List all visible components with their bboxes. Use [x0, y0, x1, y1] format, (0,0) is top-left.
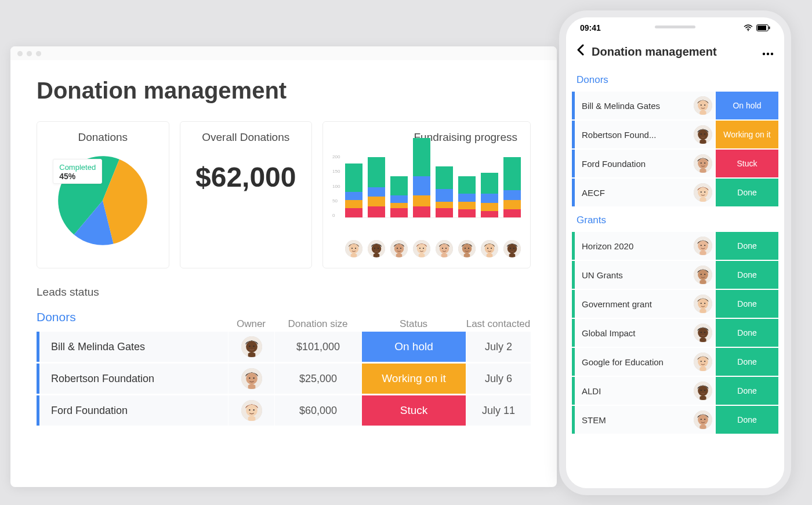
phone-row[interactable]: UN Grants Done: [572, 261, 778, 289]
svg-point-5: [372, 244, 382, 254]
svg-point-65: [701, 191, 702, 192]
svg-point-29: [507, 244, 517, 254]
svg-point-76: [698, 299, 708, 309]
pie-tooltip-value: 45%: [59, 172, 96, 181]
fundraiser-avatar[interactable]: [368, 240, 385, 257]
fundraiser-avatar[interactable]: [413, 240, 430, 257]
back-button[interactable]: [577, 44, 585, 59]
phone-row-status[interactable]: Done: [716, 348, 778, 376]
phone-group-label[interactable]: Grants: [572, 208, 778, 232]
phone-row-status[interactable]: Done: [716, 377, 778, 405]
svg-point-17: [440, 244, 449, 254]
avatar: [694, 237, 712, 255]
phone-row[interactable]: Government grant Done: [572, 290, 778, 318]
phone-row-status[interactable]: Done: [716, 261, 778, 289]
phone-row-owner[interactable]: [691, 150, 715, 177]
phone-row-status[interactable]: Working on it: [716, 121, 778, 148]
lead-owner[interactable]: [228, 364, 274, 394]
card-overall[interactable]: Overall Donations $62,000: [180, 121, 313, 268]
avatar: [694, 266, 712, 284]
fundraiser-avatar[interactable]: [390, 240, 408, 257]
col-last: Last contacted: [466, 318, 531, 330]
table-row[interactable]: Ford Foundation $60,000 Stuck July 11: [37, 395, 531, 426]
table-row[interactable]: Robertson Foundation $25,000 Working on …: [37, 364, 531, 394]
svg-point-93: [701, 419, 702, 420]
battery-icon: [756, 24, 770, 31]
phone-row-owner[interactable]: [691, 406, 715, 434]
phone-row-status[interactable]: Done: [716, 290, 778, 318]
avatar: [694, 324, 712, 342]
chevron-left-icon: [577, 44, 585, 56]
avatar: [241, 400, 262, 421]
phone-row-status[interactable]: Done: [716, 406, 778, 434]
more-button[interactable]: [762, 44, 774, 59]
phone-row[interactable]: Horizon 2020 Done: [572, 232, 778, 260]
bar-P8: [503, 157, 521, 218]
svg-point-7: [378, 248, 379, 249]
svg-point-43: [253, 409, 254, 410]
group-donors-label[interactable]: Donors: [37, 307, 228, 330]
lead-status[interactable]: On hold: [361, 332, 466, 362]
window-dot-1-icon: [17, 51, 23, 56]
lead-size: $25,000: [274, 364, 361, 394]
fundraiser-avatar[interactable]: [503, 240, 521, 257]
phone-row-owner[interactable]: [691, 319, 715, 347]
phone-row-owner[interactable]: [691, 290, 715, 318]
phone-group-label[interactable]: Donors: [572, 67, 778, 92]
window-chrome: [10, 46, 557, 60]
phone-row-owner[interactable]: [691, 92, 715, 119]
svg-point-61: [701, 162, 702, 164]
phone-row-status[interactable]: Stuck: [716, 150, 778, 177]
lead-status[interactable]: Working on it: [361, 364, 466, 394]
phone-row-status[interactable]: Done: [716, 179, 778, 206]
phone-row-owner[interactable]: [691, 348, 715, 376]
phone-row-owner[interactable]: [691, 121, 715, 148]
svg-point-30: [510, 248, 511, 249]
lead-size: $101,000: [274, 332, 361, 362]
phone-row-name: Robertson Found...: [575, 121, 691, 148]
phone-row-owner[interactable]: [691, 261, 715, 289]
phone-row[interactable]: Global Impact Done: [572, 319, 778, 347]
phone-row[interactable]: Bill & Melinda Gates On hold: [572, 92, 778, 119]
card-donations[interactable]: Donations Completed 45%: [37, 121, 169, 268]
phone-row-name: Google for Education: [575, 348, 691, 376]
fundraiser-avatar[interactable]: [481, 240, 498, 257]
phone-row-status[interactable]: On hold: [716, 92, 778, 119]
svg-point-70: [704, 245, 705, 246]
fundraiser-avatar[interactable]: [458, 240, 476, 257]
svg-point-23: [468, 248, 469, 249]
phone-row[interactable]: Google for Education Done: [572, 348, 778, 376]
card-fundraising[interactable]: Fundraising progress 200150100500: [322, 121, 531, 268]
phone-row[interactable]: Robertson Found... Working on it: [572, 121, 778, 148]
phone-row-owner[interactable]: [691, 179, 715, 206]
avatar: [694, 154, 712, 173]
lead-status[interactable]: Stuck: [361, 395, 466, 426]
lead-name: Robertson Foundation: [37, 364, 228, 394]
phone-row-name: Bill & Melinda Gates: [575, 92, 691, 119]
phone-row-status[interactable]: Done: [716, 319, 778, 347]
svg-point-44: [748, 30, 749, 31]
phone-row-name: STEM: [575, 406, 691, 434]
fundraiser-avatar[interactable]: [345, 240, 362, 257]
lead-owner[interactable]: [228, 395, 274, 426]
phone-row-owner[interactable]: [691, 377, 715, 405]
phone-row-status[interactable]: Done: [716, 232, 778, 260]
bar-P3: [390, 176, 408, 218]
cards-row: Donations Completed 45% Overall Donation…: [37, 121, 531, 268]
bar-P5: [436, 166, 453, 217]
phone-row-owner[interactable]: [691, 232, 715, 260]
phone-row[interactable]: STEM Done: [572, 406, 778, 434]
lead-size: $60,000: [274, 395, 361, 426]
avatar: [694, 295, 712, 313]
phone-row[interactable]: AECF Done: [572, 179, 778, 206]
phone-row[interactable]: Ford Foundation Stuck: [572, 150, 778, 177]
card-donations-title: Donations: [46, 131, 160, 144]
fundraiser-avatar[interactable]: [436, 240, 453, 257]
phone-row[interactable]: ALDI Done: [572, 377, 778, 405]
svg-point-26: [487, 248, 488, 249]
svg-point-38: [249, 377, 250, 379]
svg-point-9: [394, 244, 404, 254]
table-row[interactable]: Bill & Melinda Gates $101,000 On hold Ju…: [37, 332, 531, 362]
svg-point-19: [445, 248, 447, 249]
lead-owner[interactable]: [228, 332, 274, 362]
